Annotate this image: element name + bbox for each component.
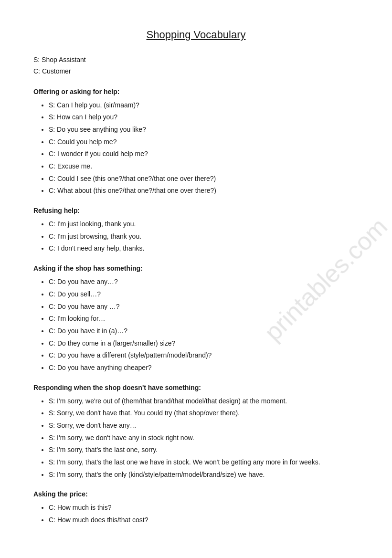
list-item: S: Do you see anything you like? bbox=[49, 125, 359, 135]
page-title: Shopping Vocabulary bbox=[33, 29, 359, 41]
section-list-refusing-help: C: I'm just looking, thank you.C: I'm ju… bbox=[33, 219, 359, 254]
list-item: C: I don't need any help, thanks. bbox=[49, 243, 359, 254]
legend-shop-assistant: S: Shop Assistant bbox=[33, 54, 359, 66]
list-item: S: Sorry, we don't have that. You could … bbox=[49, 408, 359, 419]
section-list-asking-shop-has-something: C: Do you have any…?C: Do you sell…?C: D… bbox=[33, 277, 359, 373]
section-list-responding-shop-doesnt-have: S: I'm sorry, we're out of (them/that br… bbox=[33, 396, 359, 480]
section-offering-help: Offering or asking for help:S: Can I hel… bbox=[33, 88, 359, 197]
list-item: S: I'm sorry, that's the last one, sorry… bbox=[49, 445, 359, 455]
section-heading-responding-shop-doesnt-have: Responding when the shop doesn't have so… bbox=[33, 384, 359, 391]
list-item: C: How much does this/that cost? bbox=[49, 515, 359, 526]
section-heading-asking-price: Asking the price: bbox=[33, 490, 359, 498]
list-item: S: I'm sorry, that's the only (kind/styl… bbox=[49, 470, 359, 480]
section-heading-offering-help: Offering or asking for help: bbox=[33, 88, 359, 95]
section-refusing-help: Refusing help:C: I'm just looking, thank… bbox=[33, 207, 359, 254]
section-asking-price: Asking the price:C: How much is this?C: … bbox=[33, 490, 359, 525]
list-item: C: What about (this one?/that one?/that … bbox=[49, 186, 359, 196]
legend-customer: C: Customer bbox=[33, 66, 359, 77]
section-list-asking-price: C: How much is this?C: How much does thi… bbox=[33, 503, 359, 525]
list-item: C: Do you have it in (a)…? bbox=[49, 326, 359, 337]
list-item: C: I'm looking for… bbox=[49, 314, 359, 324]
section-heading-refusing-help: Refusing help: bbox=[33, 207, 359, 214]
list-item: C: Do you have a different (style/patter… bbox=[49, 350, 359, 361]
list-item: C: How much is this? bbox=[49, 503, 359, 513]
section-list-offering-help: S: Can I help you, (sir/maam)?S: How can… bbox=[33, 100, 359, 197]
list-item: C: Do you have any…? bbox=[49, 277, 359, 287]
list-item: S: Can I help you, (sir/maam)? bbox=[49, 100, 359, 111]
list-item: S: I'm sorry, that's the last one we hav… bbox=[49, 457, 359, 468]
list-item: C: Do you have anything cheaper? bbox=[49, 363, 359, 373]
list-item: C: Could I see (this one?/that one?/that… bbox=[49, 174, 359, 184]
list-item: C: Do they come in a (larger/smaller) si… bbox=[49, 338, 359, 349]
section-heading-asking-shop-has-something: Asking if the shop has something: bbox=[33, 264, 359, 272]
list-item: C: Could you help me? bbox=[49, 137, 359, 147]
list-item: C: Excuse me. bbox=[49, 161, 359, 172]
list-item: S: Sorry, we don't have any… bbox=[49, 421, 359, 431]
list-item: S: I'm sorry, we're out of (them/that br… bbox=[49, 396, 359, 407]
section-responding-shop-doesnt-have: Responding when the shop doesn't have so… bbox=[33, 384, 359, 480]
list-item: S: I'm sorry, we don't have any in stock… bbox=[49, 433, 359, 443]
list-item: C: Do you sell…? bbox=[49, 289, 359, 300]
list-item: S: How can I help you? bbox=[49, 112, 359, 123]
list-item: C: I'm just looking, thank you. bbox=[49, 219, 359, 230]
legend: S: Shop Assistant C: Customer bbox=[33, 54, 359, 77]
sections-container: Offering or asking for help:S: Can I hel… bbox=[33, 88, 359, 526]
list-item: C: I wonder if you could help me? bbox=[49, 149, 359, 159]
section-asking-shop-has-something: Asking if the shop has something:C: Do y… bbox=[33, 264, 359, 373]
list-item: C: I'm just browsing, thank you. bbox=[49, 232, 359, 242]
list-item: C: Do you have any …? bbox=[49, 302, 359, 312]
